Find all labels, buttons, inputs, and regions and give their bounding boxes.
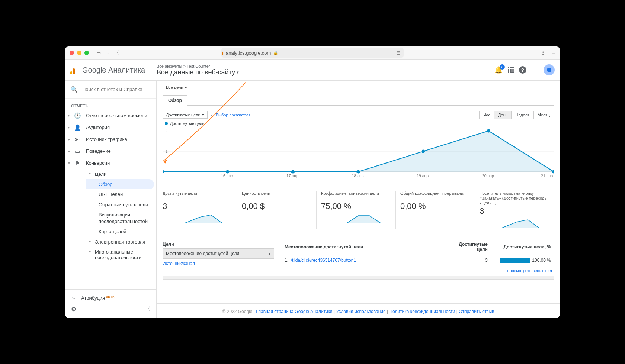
attribution-icon: జ	[71, 295, 76, 301]
svg-point-7	[422, 149, 425, 153]
chevron-down-icon: ▾	[202, 112, 204, 117]
help-icon[interactable]: ?	[519, 66, 526, 74]
sidebar-label: Атрибуция	[81, 296, 105, 301]
clock-icon: 🕓	[74, 112, 81, 119]
collapse-sidebar-icon[interactable]: 〈	[145, 306, 150, 312]
sidebar-label: Многоканальные последовательности	[95, 249, 141, 260]
goal-filter-dropdown[interactable]: Все цели▾	[163, 84, 190, 91]
reader-icon[interactable]: ☰	[396, 50, 401, 56]
search-icon: 🔍	[70, 86, 78, 93]
lock-icon: 🔒	[273, 51, 278, 55]
sidebar-item-goals[interactable]: ▾Цели	[86, 169, 156, 179]
period-week[interactable]: Неделя	[511, 111, 533, 119]
tab-overview[interactable]: Обзор	[163, 95, 188, 106]
notifications-button[interactable]: 🔔3	[494, 66, 503, 74]
minimize-window-button[interactable]	[77, 51, 81, 55]
chevron-down-icon: ▾	[185, 85, 187, 90]
sidebar-item-conversions[interactable]: ▾Конверсии	[65, 157, 156, 169]
traffic-lights	[70, 51, 89, 55]
sidebar-item-goals-overview[interactable]: Обзор	[86, 179, 154, 190]
sidebar-item-ecommerce[interactable]: ▸Электронная торговля	[86, 237, 156, 247]
sidebar-toggle-icon[interactable]: ▭	[96, 50, 101, 56]
ga-favicon-icon: ▮	[221, 51, 224, 55]
svg-text:21 апр.: 21 апр.	[541, 174, 554, 178]
dropdown-chevron-icon[interactable]: ⌄	[106, 51, 109, 55]
col-pct[interactable]: Достигнутые цели, %	[491, 240, 554, 255]
period-month[interactable]: Месяц	[533, 111, 554, 119]
legend-dot-icon	[165, 122, 168, 125]
svg-point-3	[163, 170, 164, 173]
svg-point-5	[291, 170, 295, 173]
close-window-button[interactable]	[70, 51, 74, 55]
sidebar-label: Цели	[95, 171, 106, 177]
sidebar-item-goals-url[interactable]: URL целей	[86, 189, 156, 200]
logo[interactable]: Google Аналитика	[70, 65, 157, 74]
new-tab-icon[interactable]: +	[552, 49, 555, 56]
goal-url-link[interactable]: /tilda/click/rec436514707/button1	[291, 258, 356, 263]
chevron-right-icon: ▸	[269, 251, 271, 256]
metric-selector[interactable]: Достигнутые цели▾	[163, 111, 208, 119]
browser-window: ▭ ⌄ 〈 ▮ analytics.google.com 🔒 ☰ ⇪ + Goo…	[65, 46, 560, 318]
notification-badge: 3	[500, 64, 505, 70]
col-goals[interactable]: Достигнутые цели	[446, 240, 491, 255]
sidebar-item-audience[interactable]: ▸👤Аудитория	[65, 122, 156, 133]
card-abandon-rate[interactable]: Общий коэффициент прерывания0,00 %	[400, 191, 475, 229]
gear-icon[interactable]: ⚙	[71, 306, 76, 313]
sidebar-label: Отчет в реальном времени	[86, 113, 147, 118]
card-goal1[interactable]: Посетитель нажал на кнопку «Заказать» (Д…	[480, 191, 554, 229]
view-full-report-link[interactable]: просмотреть весь отчет	[507, 268, 552, 273]
footer-link-feedback[interactable]: Отправить отзыв	[459, 309, 494, 314]
metric-cards: Достигнутые цели3 Ценность цели0,00 $ Ко…	[163, 191, 554, 235]
more-menu-icon[interactable]: ⋮	[532, 67, 538, 73]
svg-text:20 апр.: 20 апр.	[482, 174, 495, 178]
footer-link-privacy[interactable]: Политика конфиденциальности	[389, 309, 455, 314]
metric-label: Достигнутые цели	[166, 113, 201, 117]
sidebar-item-attribution[interactable]: జАтрибуцияБЕТА	[65, 293, 156, 303]
beta-tag: БЕТА	[106, 295, 114, 299]
horizontal-scrollbar[interactable]	[163, 276, 554, 280]
period-hour[interactable]: Час	[479, 111, 494, 119]
sidebar-label: Поведение	[86, 148, 111, 154]
sidebar: 🔍 ОТЧЕТЫ ▸🕓Отчет в реальном времени ▸👤Ау…	[65, 81, 157, 318]
col-location[interactable]: Местоположение достигнутой цели	[282, 240, 446, 255]
share-icon[interactable]: ⇪	[541, 49, 545, 56]
sidebar-item-goals-flow[interactable]: Карта целей	[86, 226, 156, 237]
dim-goal-location[interactable]: Местоположение достигнутой цели▸	[163, 248, 274, 259]
sidebar-label: Конверсии	[86, 160, 110, 166]
behavior-icon: ▭	[74, 148, 81, 155]
card-goal-value[interactable]: Ценность цели0,00 $	[242, 191, 317, 229]
period-day[interactable]: День	[494, 111, 512, 119]
sidebar-item-goals-reverse[interactable]: Обратный путь к цели	[86, 200, 156, 210]
app-header: Google Аналитика Все аккаунты > Test Cou…	[65, 60, 560, 81]
url-bar[interactable]: ▮ analytics.google.com 🔒 ☰	[221, 48, 404, 58]
sidebar-item-behavior[interactable]: ▸▭Поведение	[65, 145, 156, 157]
period-selector: Час День Неделя Месяц	[480, 111, 554, 119]
sidebar-item-multichannel[interactable]: ▸Многоканальные последовательности	[86, 247, 156, 262]
back-button-icon[interactable]: 〈	[114, 49, 119, 56]
footer-link-terms[interactable]: Условия использования	[336, 309, 385, 314]
avatar[interactable]	[544, 64, 555, 75]
svg-text:17 апр.: 17 апр.	[286, 174, 299, 178]
ytick-2: 2	[166, 129, 168, 133]
sidebar-item-goals-funnel[interactable]: Визуализация последовательностей	[86, 210, 156, 226]
card-goals[interactable]: Достигнутые цели3	[163, 191, 237, 229]
copyright: © 2022 Google	[222, 309, 253, 314]
svg-point-6	[356, 170, 360, 173]
compare-conjunction: и	[211, 113, 213, 117]
footer-link-home[interactable]: Главная страница Google Аналитики	[256, 309, 332, 314]
breadcrumb[interactable]: Все аккаунты > Test Counter	[157, 64, 494, 68]
view-selector[interactable]: Все данные по веб-сайту ▾	[157, 68, 494, 76]
svg-point-8	[487, 129, 490, 132]
dim-source-channel[interactable]: Источник/канал	[163, 259, 274, 268]
card-conversion-rate[interactable]: Коэффициент конверсии цели75,00 %	[321, 191, 396, 229]
maximize-window-button[interactable]	[84, 51, 89, 55]
choose-metric-link[interactable]: Выбор показателя	[216, 113, 251, 117]
table-row[interactable]: 1. /tilda/click/rec436514707/button1 3 1…	[282, 255, 554, 265]
sidebar-label: Источник трафика	[86, 136, 127, 142]
search-input[interactable]	[82, 87, 151, 92]
apps-icon[interactable]	[508, 67, 514, 73]
reports-section-label: ОТЧЕТЫ	[65, 102, 156, 110]
main-chart[interactable]: 2 1 …16 апр.17 апр.18 апр.19 апр.20 апр.…	[163, 127, 554, 183]
sidebar-item-acquisition[interactable]: ▸➤·Источник трафика	[65, 133, 156, 145]
sidebar-item-realtime[interactable]: ▸🕓Отчет в реальном времени	[65, 110, 156, 122]
